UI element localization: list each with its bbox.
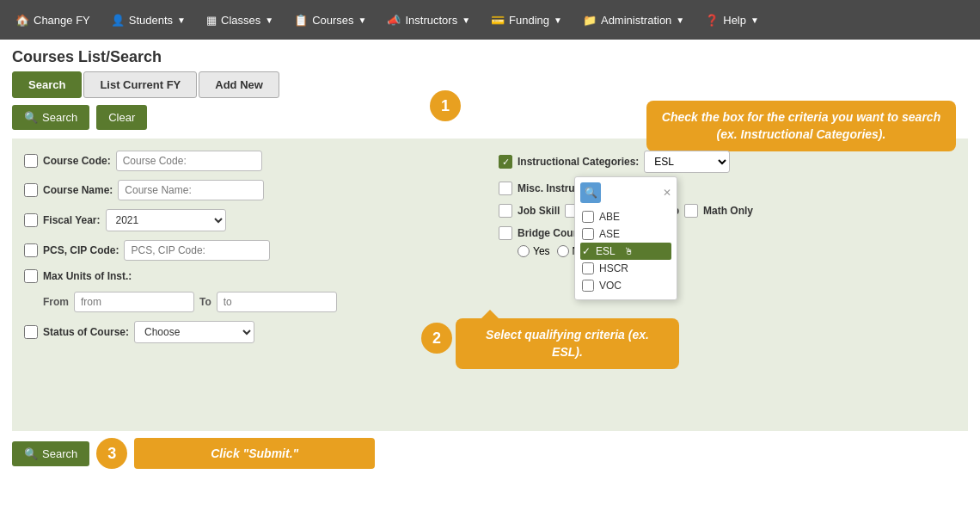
bridge-no-radio[interactable]: [557, 245, 569, 257]
bottom-bar: 🔍 Search 3 Click "Submit.": [0, 431, 980, 476]
search-button-bottom[interactable]: 🔍 Search: [12, 441, 89, 466]
from-label: From: [43, 296, 69, 308]
search-button-top[interactable]: 🔍 Search: [12, 105, 89, 130]
status-label: Status of Course:: [43, 326, 129, 338]
instr-cat-label: Instructional Categories:: [518, 156, 639, 168]
nav-classes[interactable]: ▦ Classes ▼: [198, 9, 282, 32]
left-column: Course Code: Course Name: Fiscal Year: 2…: [24, 151, 481, 419]
course-code-input[interactable]: [116, 151, 262, 171]
cursor-icon: 🖱: [624, 246, 634, 256]
max-units-row: Max Units of Inst.:: [24, 269, 481, 283]
dropdown-item-ase[interactable]: ASE: [580, 225, 671, 243]
to-label: To: [199, 296, 211, 308]
dropdown-close-icon[interactable]: ✕: [663, 187, 671, 199]
bridge-radio-group: Yes No: [499, 245, 956, 257]
bridge-checkbox[interactable]: [499, 226, 512, 240]
tooltip-1: Check the box for the criteria you want …: [646, 101, 956, 151]
tab-add-new[interactable]: Add New: [199, 71, 279, 98]
question-icon: ❓: [705, 14, 719, 27]
badge-3: 3: [96, 438, 127, 469]
top-navigation: 🏠 Change FY 👤 Students ▼ ▦ Classes ▼ 📋 C…: [0, 0, 980, 40]
fiscal-year-checkbox[interactable]: [24, 213, 38, 227]
dropdown-item-esl[interactable]: ✓ ESL 🖱: [580, 243, 671, 260]
nav-courses[interactable]: 📋 Courses ▼: [285, 9, 375, 32]
chevron-down-icon: ▼: [462, 15, 470, 25]
dropdown-popup: 🔍 ✕ ABE ASE ✓ ESL 🖱 HSC: [574, 176, 677, 300]
main-content: Course Code: Course Name: Fiscal Year: 2…: [12, 139, 968, 431]
status-row: Status of Course: Choose: [24, 321, 481, 343]
fiscal-year-label: Fiscal Year:: [43, 214, 101, 226]
nav-funding[interactable]: 💳 Funding ▼: [482, 9, 571, 32]
nav-students[interactable]: 👤 Students ▼: [102, 9, 194, 32]
math-only-checkbox[interactable]: [684, 204, 698, 218]
fiscal-year-row: Fiscal Year: 2021: [24, 209, 481, 231]
dropdown-item-hscr[interactable]: HSCR: [580, 260, 671, 277]
pcs-cip-row: PCS, CIP Code:: [24, 240, 481, 261]
search-icon: 🔍: [24, 111, 38, 124]
dropdown-search-icon: 🔍: [580, 182, 601, 203]
badge-2: 2: [421, 323, 452, 354]
folder-icon: 📁: [583, 14, 597, 27]
bridge-yes-radio[interactable]: [518, 245, 530, 257]
instr-cat-select[interactable]: ESL: [644, 151, 730, 173]
bridge-yes-label: Yes: [518, 245, 550, 257]
chevron-down-icon: ▼: [750, 15, 759, 25]
voc-checkbox[interactable]: [582, 280, 594, 292]
nav-change-fy[interactable]: 🏠 Change FY: [7, 9, 99, 32]
nav-instructors[interactable]: 📣 Instructors ▼: [378, 9, 479, 32]
book-icon: 📋: [294, 14, 308, 27]
badge-1: 1: [430, 90, 461, 121]
chevron-down-icon: ▼: [554, 15, 562, 25]
nav-administration[interactable]: 📁 Administration ▼: [574, 9, 693, 32]
bridge-course-row: Bridge Course:: [499, 226, 956, 240]
dropdown-item-voc[interactable]: VOC: [580, 277, 671, 294]
clear-button[interactable]: Clear: [96, 105, 147, 130]
pcs-cip-label: PCS, CIP Code:: [43, 244, 119, 256]
search-icon-bottom: 🔍: [24, 447, 38, 460]
home-icon: 🏠: [15, 14, 29, 27]
chevron-down-icon: ▼: [265, 15, 273, 25]
job-skill-label: Job Skill: [518, 205, 560, 217]
ase-checkbox[interactable]: [582, 228, 594, 240]
pcs-cip-checkbox[interactable]: [24, 243, 38, 257]
math-only-label: Math Only: [703, 205, 753, 217]
to-input[interactable]: [217, 292, 337, 312]
hscr-checkbox[interactable]: [582, 262, 594, 274]
misc-instr-row: Misc. Instructional Cat: [499, 182, 956, 195]
course-name-checkbox[interactable]: [24, 183, 38, 197]
megaphone-icon: 📣: [387, 14, 401, 27]
status-checkbox[interactable]: [24, 325, 38, 339]
job-skill-checkbox[interactable]: [499, 204, 512, 218]
from-to-row: From To: [24, 292, 481, 312]
instr-cat-checkbox[interactable]: ✓: [499, 155, 512, 169]
tab-list-current-fy[interactable]: List Current FY: [83, 71, 197, 98]
course-code-checkbox[interactable]: [24, 154, 38, 168]
course-name-input[interactable]: [118, 180, 264, 200]
person-icon: 👤: [111, 14, 125, 27]
instr-cat-row: ✓ Instructional Categories: ESL 🔍 ✕ ABE …: [499, 151, 956, 173]
dropdown-search-row: 🔍 ✕: [580, 182, 671, 203]
fiscal-year-select[interactable]: 2021: [106, 209, 226, 231]
course-code-row: Course Code:: [24, 151, 481, 171]
course-name-label: Course Name:: [43, 184, 113, 196]
nav-help[interactable]: ❓ Help ▼: [696, 9, 768, 32]
misc-instr-checkbox[interactable]: [499, 182, 512, 195]
dropdown-item-abe[interactable]: ABE: [580, 208, 671, 225]
submit-button[interactable]: Click "Submit.": [134, 438, 375, 469]
tooltip-2: Select qualifying criteria (ex. ESL).: [456, 318, 679, 369]
pcs-cip-input[interactable]: [124, 240, 270, 261]
grid-icon: ▦: [206, 14, 217, 27]
status-select[interactable]: Choose: [134, 321, 254, 343]
course-code-label: Course Code:: [43, 155, 111, 167]
abe-checkbox[interactable]: [582, 211, 594, 223]
money-icon: 💳: [491, 14, 505, 27]
max-units-checkbox[interactable]: [24, 269, 38, 283]
max-units-label: Max Units of Inst.:: [43, 270, 132, 282]
page-title: Courses List/Search: [0, 40, 980, 71]
checkmark-icon: ✓: [582, 245, 591, 257]
from-input[interactable]: [74, 292, 194, 312]
chevron-down-icon: ▼: [676, 15, 684, 25]
tab-search[interactable]: Search: [12, 71, 82, 98]
course-name-row: Course Name:: [24, 180, 481, 200]
chevron-down-icon: ▼: [177, 15, 186, 25]
